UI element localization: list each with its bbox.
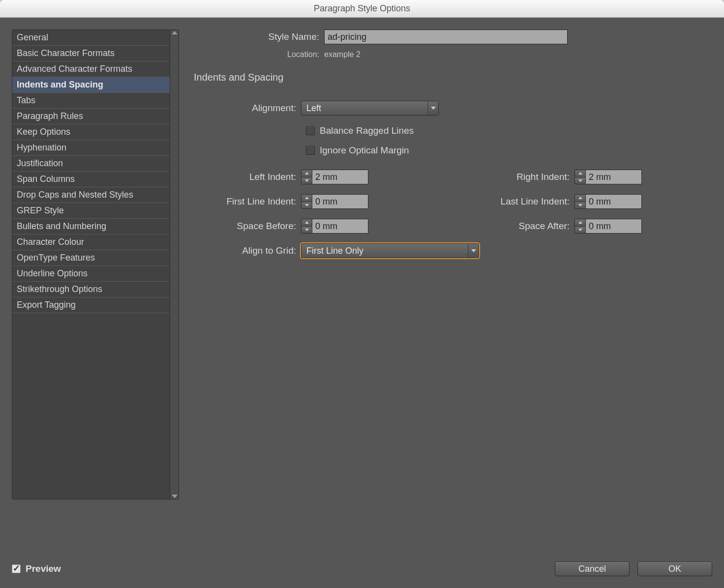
svg-marker-5 xyxy=(305,197,309,199)
preview-checkbox[interactable] xyxy=(12,564,21,573)
sidebar-item[interactable]: Export Tagging xyxy=(12,297,179,313)
balance-label: Balance Ragged Lines xyxy=(320,125,414,136)
balance-checkbox[interactable] xyxy=(306,126,315,135)
indent-row-1: Left Indent: Right Indent: xyxy=(194,170,712,184)
align-grid-value: First Line Only xyxy=(302,246,468,256)
first-line-input[interactable] xyxy=(312,194,368,209)
sidebar-item[interactable]: Basic Character Formats xyxy=(12,46,179,61)
main-panel: Style Name: Location: example 2 Indents … xyxy=(194,29,712,588)
style-name-input[interactable] xyxy=(324,29,568,44)
right-indent-label: Right Indent: xyxy=(463,172,574,182)
spin-up-icon[interactable] xyxy=(302,170,312,177)
style-name-row: Style Name: xyxy=(194,29,712,44)
scroll-up-icon[interactable] xyxy=(172,31,178,34)
chevron-down-icon xyxy=(427,101,438,115)
align-grid-label: Align to Grid: xyxy=(194,245,301,256)
space-before-label: Space Before: xyxy=(194,221,301,232)
bottom-bar: Preview Cancel OK xyxy=(12,561,712,576)
alignment-label: Alignment: xyxy=(194,103,301,114)
ignore-checkbox[interactable] xyxy=(306,146,315,155)
last-line-spinner[interactable] xyxy=(574,194,642,209)
svg-marker-13 xyxy=(471,249,476,252)
space-row: Space Before: Space After: xyxy=(194,219,712,234)
spin-down-icon[interactable] xyxy=(302,177,312,184)
left-indent-input[interactable] xyxy=(312,170,368,184)
preview-label: Preview xyxy=(26,563,61,574)
sidebar-item[interactable]: Indents and Spacing xyxy=(12,77,179,93)
last-line-label: Last Line Indent: xyxy=(463,196,574,207)
sidebar-scrollbar[interactable] xyxy=(170,30,179,499)
preview-control: Preview xyxy=(12,563,61,574)
align-grid-dropdown[interactable]: First Line Only xyxy=(301,243,479,258)
sidebar-item[interactable]: General xyxy=(12,30,179,46)
space-before-spinner[interactable] xyxy=(301,219,368,234)
ignore-row: Ignore Optical Margin xyxy=(194,145,712,156)
titlebar: Paragraph Style Options xyxy=(0,0,724,18)
svg-marker-11 xyxy=(578,221,582,224)
spin-up-icon[interactable] xyxy=(575,219,585,226)
dialog-window: Paragraph Style Options GeneralBasic Cha… xyxy=(0,0,724,588)
spin-down-icon[interactable] xyxy=(575,177,585,184)
divider xyxy=(194,88,712,89)
space-after-spinner[interactable] xyxy=(574,219,642,234)
ok-button[interactable]: OK xyxy=(637,561,712,576)
spin-up-icon[interactable] xyxy=(575,170,585,177)
location-label: Location: xyxy=(194,50,324,59)
right-indent-spinner[interactable] xyxy=(574,170,642,184)
spin-down-icon[interactable] xyxy=(575,202,585,209)
spin-up-icon[interactable] xyxy=(302,195,312,202)
last-line-input[interactable] xyxy=(585,194,642,209)
sidebar-item[interactable]: Advanced Character Formats xyxy=(12,61,179,77)
space-before-input[interactable] xyxy=(312,219,368,234)
space-after-input[interactable] xyxy=(585,219,642,234)
sidebar-item[interactable]: OpenType Features xyxy=(12,250,179,266)
svg-marker-8 xyxy=(578,204,582,206)
svg-marker-0 xyxy=(431,107,436,110)
sidebar-item[interactable]: Bullets and Numbering xyxy=(12,219,179,235)
sidebar-item[interactable]: Tabs xyxy=(12,93,179,109)
sidebar-item[interactable]: Keep Options xyxy=(12,124,179,140)
svg-marker-6 xyxy=(305,204,309,206)
svg-marker-3 xyxy=(578,172,582,175)
right-indent-input[interactable] xyxy=(585,170,642,184)
alignment-row: Alignment: Left xyxy=(194,101,712,116)
spin-down-icon[interactable] xyxy=(302,226,312,234)
spin-down-icon[interactable] xyxy=(575,226,585,234)
sidebar-item[interactable]: Drop Caps and Nested Styles xyxy=(12,187,179,203)
first-line-spinner[interactable] xyxy=(301,194,368,209)
style-name-label: Style Name: xyxy=(194,31,324,42)
sidebar-item[interactable]: Character Colour xyxy=(12,235,179,250)
spin-up-icon[interactable] xyxy=(302,219,312,226)
sidebar-item[interactable]: GREP Style xyxy=(12,203,179,219)
svg-marker-1 xyxy=(305,172,309,175)
cancel-button[interactable]: Cancel xyxy=(555,561,630,576)
sidebar: GeneralBasic Character FormatsAdvanced C… xyxy=(12,29,179,500)
svg-marker-4 xyxy=(578,179,582,182)
window-title: Paragraph Style Options xyxy=(314,3,410,14)
left-indent-spinner[interactable] xyxy=(301,170,368,184)
sidebar-item[interactable]: Strikethrough Options xyxy=(12,282,179,297)
ignore-label: Ignore Optical Margin xyxy=(320,145,409,156)
space-after-label: Space After: xyxy=(463,221,574,232)
sidebar-item[interactable]: Underline Options xyxy=(12,266,179,282)
svg-marker-7 xyxy=(578,197,582,199)
alignment-dropdown[interactable]: Left xyxy=(301,101,439,116)
sidebar-item[interactable]: Hyphenation xyxy=(12,140,179,156)
location-row: Location: example 2 xyxy=(194,50,712,59)
spin-up-icon[interactable] xyxy=(575,195,585,202)
dialog-body: GeneralBasic Character FormatsAdvanced C… xyxy=(0,18,724,588)
scroll-down-icon[interactable] xyxy=(172,495,178,498)
svg-marker-9 xyxy=(305,221,309,224)
sidebar-item[interactable]: Paragraph Rules xyxy=(12,109,179,124)
align-grid-row: Align to Grid: First Line Only xyxy=(194,243,712,258)
spin-down-icon[interactable] xyxy=(302,202,312,209)
sidebar-item[interactable]: Justification xyxy=(12,156,179,172)
location-value: example 2 xyxy=(324,50,361,59)
sidebar-list: GeneralBasic Character FormatsAdvanced C… xyxy=(12,30,179,313)
svg-marker-2 xyxy=(305,179,309,182)
balance-row: Balance Ragged Lines xyxy=(194,125,712,136)
indent-row-2: First Line Indent: Last Line Indent: xyxy=(194,194,712,209)
section-title: Indents and Spacing xyxy=(194,72,712,83)
svg-marker-12 xyxy=(578,229,582,231)
sidebar-item[interactable]: Span Columns xyxy=(12,172,179,187)
